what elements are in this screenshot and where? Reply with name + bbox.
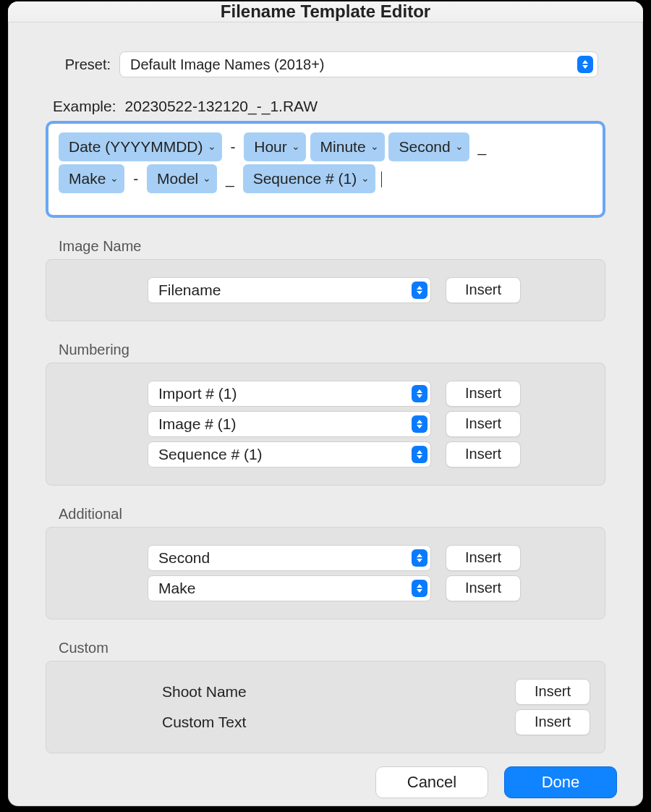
preset-label: Preset: (53, 56, 111, 73)
dialog-footer: Cancel Done (27, 753, 624, 798)
token-second[interactable]: Second⌄ (388, 132, 469, 161)
insert-button[interactable]: Insert (446, 575, 521, 601)
insert-button[interactable]: Insert (446, 381, 521, 407)
text-cursor (381, 172, 382, 187)
insert-button[interactable]: Insert (446, 411, 521, 437)
additional-select-1[interactable]: Second (148, 545, 431, 571)
separator: _ (474, 138, 491, 155)
chevron-down-icon: ⌄ (370, 138, 379, 156)
cancel-button[interactable]: Cancel (375, 766, 488, 798)
token-sequence[interactable]: Sequence # (1)⌄ (243, 164, 376, 193)
chevron-down-icon: ⌄ (208, 138, 216, 156)
token-date[interactable]: Date (YYYYMMDD)⌄ (59, 132, 222, 161)
updown-icon (412, 446, 427, 463)
preset-row: Preset: Default Image Names (2018+) (53, 51, 598, 77)
sequence-num-select[interactable]: Sequence # (1) (148, 441, 431, 468)
section-image-name: Filename Insert (46, 259, 605, 321)
filename-select[interactable]: Filename (148, 277, 431, 303)
row-filename: Filename Insert (61, 277, 590, 303)
section-title-image-name: Image Name (59, 238, 624, 255)
updown-icon (412, 415, 427, 433)
token-hour[interactable]: Hour⌄ (244, 132, 306, 161)
section-title-additional: Additional (59, 506, 624, 523)
chevron-down-icon: ⌄ (292, 138, 300, 156)
section-title-custom: Custom (59, 640, 624, 656)
updown-icon (412, 580, 427, 597)
chevron-down-icon: ⌄ (361, 169, 370, 187)
section-additional: Second Insert Make Insert (46, 527, 605, 619)
example-row: Example: 20230522-132120_-_1.RAW (53, 98, 598, 115)
token-model[interactable]: Model⌄ (147, 164, 217, 193)
chevron-down-icon: ⌄ (110, 169, 119, 187)
token-make[interactable]: Make⌄ (59, 164, 124, 193)
template-editor[interactable]: Date (YYYYMMDD)⌄ - Hour⌄ Minute⌄ Second⌄… (46, 121, 605, 218)
updown-icon (577, 56, 593, 73)
separator: - (129, 170, 142, 187)
example-label: Example: (53, 98, 116, 115)
chevron-down-icon: ⌄ (203, 169, 211, 187)
dialog-window: Filename Template Editor Preset: Default… (8, 1, 643, 806)
example-value: 20230522-132120_-_1.RAW (125, 98, 318, 115)
section-title-numbering: Numbering (59, 342, 624, 358)
updown-icon (412, 549, 427, 567)
insert-button[interactable]: Insert (446, 277, 521, 303)
insert-button[interactable]: Insert (515, 709, 590, 735)
chevron-down-icon: ⌄ (455, 138, 464, 156)
preset-select[interactable]: Default Image Names (2018+) (119, 51, 598, 77)
section-custom: Shoot Name Insert Custom Text Insert (46, 661, 605, 753)
separator: _ (221, 170, 239, 187)
additional-select-2[interactable]: Make (148, 575, 431, 601)
preset-value: Default Image Names (2018+) (130, 56, 324, 73)
row-additional-1: Second Insert (61, 545, 590, 571)
row-import-num: Import # (1) Insert (61, 381, 590, 407)
import-num-select[interactable]: Import # (1) (148, 381, 431, 407)
row-shoot-name: Shoot Name Insert (61, 679, 590, 705)
custom-text-label: Custom Text (162, 714, 501, 731)
insert-button[interactable]: Insert (515, 679, 590, 705)
separator: - (226, 138, 239, 155)
row-sequence-num: Sequence # (1) Insert (61, 441, 590, 468)
done-button[interactable]: Done (504, 766, 617, 798)
section-numbering: Import # (1) Insert Image # (1) Insert S… (46, 363, 605, 486)
updown-icon (412, 385, 427, 402)
token-minute[interactable]: Minute⌄ (310, 132, 385, 161)
row-image-num: Image # (1) Insert (61, 411, 590, 437)
dialog-content: Preset: Default Image Names (2018+) Exam… (8, 22, 643, 806)
updown-icon (412, 282, 427, 299)
shoot-name-label: Shoot Name (162, 683, 501, 701)
insert-button[interactable]: Insert (446, 441, 521, 468)
row-custom-text: Custom Text Insert (61, 709, 590, 735)
insert-button[interactable]: Insert (446, 545, 521, 571)
row-additional-2: Make Insert (61, 575, 590, 601)
dialog-title: Filename Template Editor (8, 1, 643, 22)
image-num-select[interactable]: Image # (1) (148, 411, 431, 437)
